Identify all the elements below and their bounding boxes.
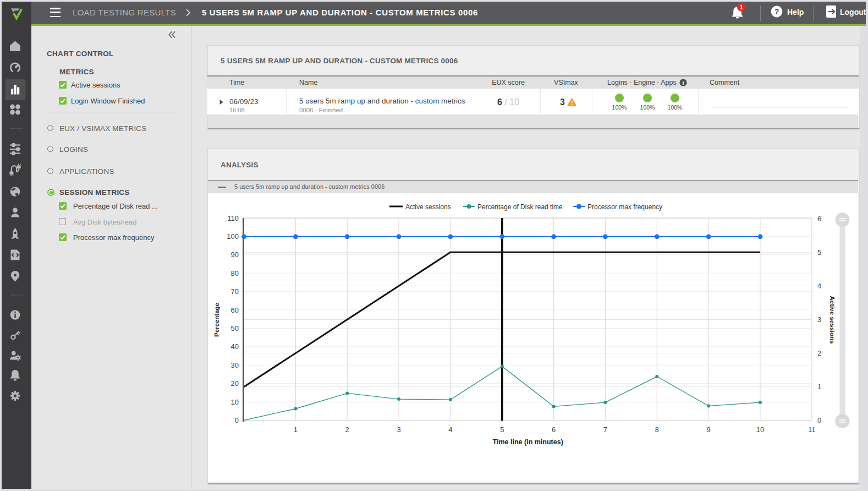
svg-text:6: 6 [817, 215, 821, 223]
svg-text:i: i [682, 79, 684, 86]
svg-text:7: 7 [603, 425, 607, 434]
svg-text:1: 1 [817, 383, 821, 391]
svg-text:6: 6 [552, 425, 556, 434]
svg-text:40: 40 [231, 342, 239, 351]
svg-text:8: 8 [655, 425, 659, 434]
svg-text:11: 11 [808, 425, 816, 434]
svg-text:1: 1 [739, 4, 743, 10]
svg-text:Percentage: Percentage [213, 303, 220, 337]
svg-text:110: 110 [227, 214, 239, 222]
svg-text:20: 20 [231, 379, 239, 388]
svg-text:1: 1 [294, 425, 298, 434]
svg-text:80: 80 [231, 269, 239, 277]
svg-text:4: 4 [817, 282, 821, 290]
svg-text:10: 10 [231, 398, 239, 406]
svg-text:0: 0 [235, 416, 239, 424]
svg-text:50: 50 [231, 324, 239, 332]
svg-text:Active sessions: Active sessions [829, 296, 836, 344]
svg-text:100: 100 [227, 232, 239, 241]
svg-text:3: 3 [817, 315, 821, 324]
svg-text:5: 5 [500, 425, 504, 434]
svg-text:60: 60 [231, 306, 239, 314]
svg-text:4: 4 [448, 425, 452, 434]
svg-text:2: 2 [345, 425, 349, 434]
svg-text:0: 0 [817, 416, 821, 424]
svg-text:70: 70 [231, 287, 239, 296]
svg-text:9: 9 [707, 425, 711, 434]
svg-text:?: ? [774, 7, 779, 16]
svg-text:3: 3 [397, 425, 400, 434]
svg-text:30: 30 [231, 361, 239, 369]
svg-text:Time line (in minutes): Time line (in minutes) [493, 438, 563, 446]
svg-text:Percentage of Disk read time: Percentage of Disk read time [477, 203, 563, 211]
svg-text:10: 10 [756, 425, 764, 434]
svg-text:5: 5 [817, 248, 821, 257]
svg-text:Active sessions: Active sessions [405, 203, 451, 211]
svg-text:2: 2 [817, 349, 821, 357]
svg-text:Processor max frequency: Processor max frequency [587, 203, 662, 211]
svg-text:90: 90 [231, 250, 239, 259]
